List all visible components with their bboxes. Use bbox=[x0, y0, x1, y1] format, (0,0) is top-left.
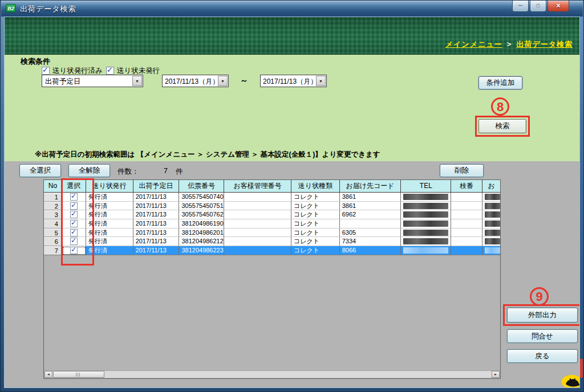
branch-number-cell bbox=[451, 237, 482, 246]
row-checkbox[interactable]: ✓ bbox=[70, 238, 78, 245]
ship-date-cell: 2017/11/13 bbox=[133, 193, 180, 202]
column-header[interactable]: お bbox=[482, 180, 500, 192]
check-icon: ✓ bbox=[42, 66, 48, 74]
customer-number-cell bbox=[224, 219, 291, 228]
minimize-button[interactable]: ─ bbox=[512, 1, 529, 12]
issue-status-cell: 発行済 bbox=[86, 246, 133, 255]
select-all-button[interactable]: 全選択 bbox=[19, 164, 61, 177]
back-button[interactable]: 戻る bbox=[507, 349, 578, 363]
masked-tel bbox=[403, 247, 448, 254]
customer-number-cell bbox=[224, 237, 291, 246]
slip-number-cell: 305575450751 bbox=[179, 202, 224, 211]
scroll-right-icon: ► bbox=[494, 373, 497, 376]
row-number-cell: 6 bbox=[44, 237, 62, 246]
column-header[interactable]: 選択 bbox=[62, 180, 86, 192]
row-select-cell[interactable]: ✓ bbox=[62, 237, 86, 246]
masked-tel bbox=[403, 203, 448, 209]
customer-number-cell bbox=[224, 202, 291, 211]
scroll-right-button[interactable]: ► bbox=[492, 371, 500, 378]
row-checkbox[interactable]: ✓ bbox=[70, 220, 78, 227]
tel-cell bbox=[401, 202, 451, 211]
maximize-icon: □ bbox=[537, 3, 540, 9]
window-controls: ─ □ × bbox=[512, 1, 569, 12]
row-number-cell: 7 bbox=[44, 246, 62, 255]
column-header[interactable]: 送り状種類 bbox=[291, 180, 340, 192]
table-row[interactable]: 3✓発行済2017/11/13305575450762コレクト6962 bbox=[44, 210, 500, 219]
date-to-select[interactable]: 2017/11/13（月） ▼ bbox=[260, 75, 327, 87]
destination-code-cell bbox=[340, 219, 402, 228]
issue-status-cell: 発行済 bbox=[86, 228, 133, 238]
title-bar: B2 出荷データ検索 ─ □ × bbox=[1, 1, 583, 17]
masked-name bbox=[485, 194, 500, 200]
row-select-cell[interactable]: ✓ bbox=[62, 202, 86, 211]
column-header[interactable]: 伝票番号 bbox=[179, 180, 224, 192]
ship-date-cell: 2017/11/13 bbox=[133, 202, 180, 211]
table-body: 1✓発行済2017/11/13305575450740コレクト38612✓発行済… bbox=[44, 193, 500, 255]
window-title: 出荷データ検索 bbox=[20, 4, 76, 14]
table-row[interactable]: 1✓発行済2017/11/13305575450740コレクト3861 bbox=[44, 193, 500, 202]
deselect-all-button[interactable]: 全解除 bbox=[68, 164, 110, 177]
chevron-down-icon[interactable]: ▼ bbox=[132, 76, 142, 86]
add-condition-button[interactable]: 条件追加 bbox=[478, 76, 522, 89]
annotation-circle-8: 8 bbox=[491, 97, 509, 116]
column-header[interactable]: No bbox=[44, 180, 62, 192]
count-label: 件数： bbox=[117, 167, 139, 177]
row-checkbox[interactable]: ✓ bbox=[70, 202, 78, 210]
maximize-button[interactable]: □ bbox=[530, 1, 546, 12]
table-row[interactable]: 2✓発行済2017/11/13305575450751コレクト3861 bbox=[44, 202, 500, 211]
row-number-cell: 1 bbox=[44, 193, 62, 202]
branch-number-cell bbox=[451, 246, 482, 255]
column-header[interactable]: 枝番 bbox=[451, 180, 482, 192]
row-select-cell[interactable]: ✓ bbox=[62, 228, 86, 238]
table-row[interactable]: 7✓発行済2017/11/13381204986223コレクト8066 bbox=[44, 246, 500, 255]
table-row[interactable]: 4✓発行済2017/11/13381204986190コレクト bbox=[44, 219, 500, 228]
search-range-note: ※出荷予定日の初期検索範囲は 【メインメニュー ＞ システム管理 ＞ 基本設定(… bbox=[35, 150, 380, 160]
breadcrumb-current-link[interactable]: 出荷データ検索 bbox=[516, 40, 573, 48]
row-checkbox[interactable]: ✓ bbox=[70, 247, 78, 254]
not-issued-checkbox[interactable]: ✓ bbox=[106, 67, 114, 75]
customer-number-cell bbox=[224, 210, 291, 219]
destination-code-cell: 6962 bbox=[340, 210, 402, 219]
column-header[interactable]: 出荷予定日 bbox=[133, 180, 180, 192]
yamato-cat-logo bbox=[561, 374, 580, 388]
column-header[interactable]: TEL bbox=[401, 180, 451, 192]
row-select-cell[interactable]: ✓ bbox=[62, 246, 86, 255]
customer-number-cell bbox=[224, 193, 291, 202]
chevron-down-icon[interactable]: ▼ bbox=[316, 76, 326, 86]
row-checkbox[interactable]: ✓ bbox=[70, 193, 78, 201]
issue-status-cell: 発行済 bbox=[86, 202, 133, 211]
invoice-type-cell: コレクト bbox=[291, 202, 340, 211]
table-row[interactable]: 6✓発行済2017/11/13381204986212コレクト7334 bbox=[44, 237, 500, 246]
name-cell bbox=[482, 202, 500, 211]
table-row[interactable]: 5✓発行済2017/11/13381204986201コレクト6305 bbox=[44, 228, 500, 238]
scrollbar-thumb[interactable] bbox=[53, 371, 104, 378]
column-header[interactable]: お客様管理番号 bbox=[224, 180, 291, 192]
horizontal-scrollbar[interactable]: ◄ ► bbox=[44, 370, 500, 378]
row-select-cell[interactable]: ✓ bbox=[62, 210, 86, 219]
ship-date-cell: 2017/11/13 bbox=[133, 246, 180, 255]
breadcrumb-main-menu-link[interactable]: メインメニュー bbox=[445, 40, 502, 48]
scroll-left-button[interactable]: ◄ bbox=[44, 371, 52, 378]
search-button[interactable]: 検索 bbox=[478, 119, 526, 133]
export-button[interactable]: 外部出力 bbox=[507, 308, 578, 322]
chevron-down-icon[interactable]: ▼ bbox=[218, 76, 228, 86]
delete-button[interactable]: 削除 bbox=[440, 164, 484, 177]
date-from-select[interactable]: 2017/11/13（月） ▼ bbox=[162, 75, 229, 87]
row-select-cell[interactable]: ✓ bbox=[62, 219, 86, 228]
window-content: メインメニュー>出荷データ検索 検索条件 ✓ 送り状発行済み ✓ 送り状未発行 … bbox=[4, 17, 580, 388]
app-icon-b2: B2 bbox=[6, 4, 16, 13]
close-button[interactable]: × bbox=[548, 1, 569, 12]
row-checkbox[interactable]: ✓ bbox=[70, 211, 78, 218]
column-header[interactable]: 送り状発行 bbox=[86, 180, 133, 192]
search-field-select[interactable]: 出荷予定日 ▼ bbox=[42, 75, 143, 87]
issued-checkbox[interactable]: ✓ bbox=[42, 67, 50, 75]
inquiry-button[interactable]: 問合せ bbox=[507, 329, 578, 343]
close-icon: × bbox=[556, 2, 560, 10]
invoice-type-cell: コレクト bbox=[291, 237, 340, 246]
column-header[interactable]: お届け先コード bbox=[340, 180, 402, 192]
row-checkbox[interactable]: ✓ bbox=[70, 229, 78, 236]
row-number-cell: 3 bbox=[44, 210, 62, 219]
row-select-cell[interactable]: ✓ bbox=[62, 193, 86, 202]
name-cell bbox=[482, 237, 500, 246]
masked-tel bbox=[403, 194, 448, 200]
